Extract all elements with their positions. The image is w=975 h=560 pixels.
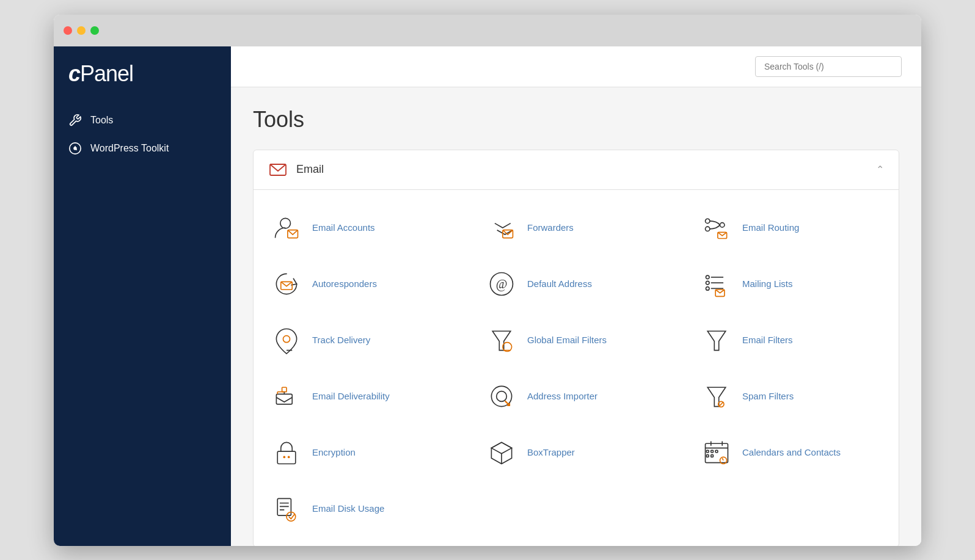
wordpress-icon xyxy=(68,142,82,155)
main-header xyxy=(231,46,921,87)
svg-point-7 xyxy=(706,227,710,231)
sidebar-wordpress-label: WordPress Toolkit xyxy=(90,143,169,154)
tool-item-email-filters[interactable]: Email Filters xyxy=(684,312,899,368)
tool-label-default-address: Default Address xyxy=(527,278,592,289)
tool-item-calendars-and-contacts[interactable]: Calendars and Contacts xyxy=(684,424,899,481)
traffic-light-minimize[interactable] xyxy=(77,26,86,35)
tool-label-email-routing: Email Routing xyxy=(742,222,799,233)
address-importer-icon xyxy=(486,380,517,412)
email-section-header[interactable]: Email ⌃ xyxy=(254,150,899,190)
tool-item-email-accounts[interactable]: Email Accounts xyxy=(254,200,469,256)
email-section-icon xyxy=(268,160,288,180)
svg-rect-36 xyxy=(277,451,296,464)
svg-point-31 xyxy=(491,386,511,406)
encryption-icon xyxy=(271,437,302,468)
tool-item-spam-filters[interactable]: Spam Filters xyxy=(684,368,899,424)
tool-label-address-importer: Address Importer xyxy=(527,391,597,401)
tool-item-default-address[interactable]: @ Default Address xyxy=(469,256,684,312)
svg-point-20 xyxy=(283,335,290,342)
svg-line-47 xyxy=(722,458,723,460)
traffic-light-maximize[interactable] xyxy=(90,26,99,35)
sidebar-item-wordpress-toolkit[interactable]: WordPress Toolkit xyxy=(54,134,231,162)
tool-item-encryption[interactable]: Encryption xyxy=(254,424,469,481)
browser-window: cPanel Tools xyxy=(54,15,921,546)
svg-rect-49 xyxy=(711,450,714,453)
svg-line-35 xyxy=(719,402,723,406)
collapse-icon: ⌃ xyxy=(876,164,884,175)
traffic-light-close[interactable] xyxy=(64,26,72,35)
tool-item-email-routing[interactable]: Email Routing xyxy=(684,200,899,256)
default-address-icon: @ xyxy=(486,268,517,300)
svg-point-32 xyxy=(497,391,507,401)
svg-point-1 xyxy=(73,147,77,150)
tool-label-email-deliverability: Email Deliverability xyxy=(312,391,390,401)
svg-marker-22 xyxy=(492,331,511,350)
svg-rect-27 xyxy=(282,387,287,391)
svg-point-13 xyxy=(706,275,709,279)
svg-point-3 xyxy=(280,218,291,228)
email-section-title: Email xyxy=(296,163,324,176)
autoresponders-icon xyxy=(271,268,302,300)
sidebar-logo: cPanel xyxy=(54,61,231,106)
sidebar-nav: Tools WordPress Toolkit xyxy=(54,106,231,162)
svg-marker-33 xyxy=(707,387,726,406)
tool-item-global-email-filters[interactable]: Global Email Filters xyxy=(469,312,684,368)
tool-item-address-importer[interactable]: Address Importer xyxy=(469,368,684,424)
tool-label-track-delivery: Track Delivery xyxy=(312,335,370,345)
svg-point-6 xyxy=(706,219,710,223)
tool-item-mailing-lists[interactable]: Mailing Lists xyxy=(684,256,899,312)
global-email-filters-icon xyxy=(486,324,517,356)
email-deliverability-icon xyxy=(271,380,302,412)
main-area: Tools Email ⌃ xyxy=(231,46,921,546)
tool-item-email-deliverability[interactable]: Email Deliverability xyxy=(254,368,469,424)
tool-label-calendars-and-contacts: Calendars and Contacts xyxy=(742,447,841,457)
boxtrapper-icon xyxy=(486,437,517,468)
browser-titlebar xyxy=(54,15,921,46)
spam-filters-icon xyxy=(701,380,732,412)
svg-text:@: @ xyxy=(496,277,508,291)
email-section: Email ⌃ xyxy=(253,150,899,546)
browser-content: cPanel Tools xyxy=(54,46,921,546)
sidebar: cPanel Tools xyxy=(54,46,231,546)
svg-rect-51 xyxy=(706,454,709,457)
tools-grid: Email Accounts xyxy=(254,190,899,546)
tool-label-forwarders: Forwarders xyxy=(527,222,574,233)
page-title: Tools xyxy=(253,107,899,133)
wrench-icon xyxy=(68,114,82,127)
section-header-left: Email xyxy=(268,160,324,180)
svg-point-8 xyxy=(720,222,725,227)
tool-label-boxtrapper: BoxTrapper xyxy=(527,447,575,457)
svg-rect-50 xyxy=(715,450,718,453)
mailing-lists-icon xyxy=(701,268,732,300)
email-filters-icon xyxy=(701,324,732,356)
sidebar-tools-label: Tools xyxy=(90,115,113,126)
email-routing-icon xyxy=(701,212,732,244)
tool-item-track-delivery[interactable]: Track Delivery xyxy=(254,312,469,368)
svg-rect-52 xyxy=(711,454,714,457)
calendars-and-contacts-icon xyxy=(701,437,732,468)
tool-label-email-disk-usage: Email Disk Usage xyxy=(312,503,384,514)
sidebar-item-tools[interactable]: Tools xyxy=(54,106,231,134)
tool-item-email-disk-usage[interactable]: Email Disk Usage xyxy=(254,481,469,537)
svg-point-37 xyxy=(283,456,285,458)
svg-marker-40 xyxy=(491,442,511,453)
tool-label-email-filters: Email Filters xyxy=(742,335,793,345)
tool-item-boxtrapper[interactable]: BoxTrapper xyxy=(469,424,684,481)
tool-label-spam-filters: Spam Filters xyxy=(742,391,794,401)
search-tools-input[interactable] xyxy=(755,56,902,77)
track-delivery-icon xyxy=(271,324,302,356)
tool-label-email-accounts: Email Accounts xyxy=(312,222,375,233)
tool-label-encryption: Encryption xyxy=(312,447,356,457)
cpanel-logo-text: cPanel xyxy=(68,61,216,87)
tool-item-autoresponders[interactable]: Autoresponders xyxy=(254,256,469,312)
email-disk-usage-icon xyxy=(271,493,302,525)
email-accounts-icon xyxy=(271,212,302,244)
traffic-lights xyxy=(64,26,99,35)
tool-label-global-email-filters: Global Email Filters xyxy=(527,335,607,345)
svg-point-15 xyxy=(706,286,709,290)
main-content: Tools Email ⌃ xyxy=(231,87,921,546)
forwarders-icon xyxy=(486,212,517,244)
tool-item-forwarders[interactable]: Forwarders xyxy=(469,200,684,256)
svg-rect-48 xyxy=(706,450,709,453)
tool-label-autoresponders: Autoresponders xyxy=(312,278,377,289)
